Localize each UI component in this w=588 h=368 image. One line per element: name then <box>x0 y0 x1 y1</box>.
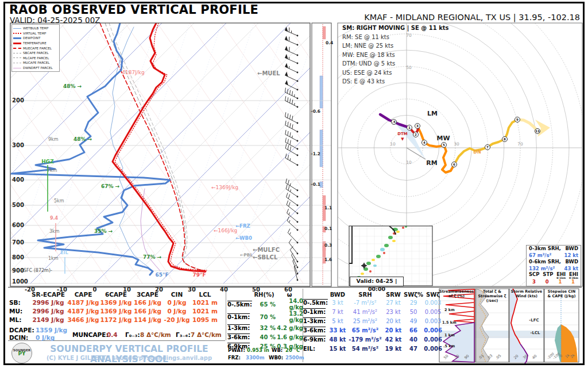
storm-motion-line: DTM: UND @ 5 kts <box>342 61 395 67</box>
skewt-annotation: 48% → <box>63 84 82 89</box>
lapse-3-6-label: Γ₃₋₆: <box>176 331 191 338</box>
storm-motion-line: LM: NNE @ 25 kts <box>342 43 393 49</box>
omega-value: 0.4 <box>326 41 333 45</box>
wind-barb <box>287 193 288 197</box>
wind-barb <box>285 148 297 155</box>
radar-echo <box>372 259 375 261</box>
temperature-curve <box>113 23 206 271</box>
wind-barb <box>288 233 297 243</box>
wind-barb <box>285 125 297 132</box>
hodograph-marker-label: 6 <box>453 163 455 166</box>
wind-barb <box>285 130 286 135</box>
wind-barb <box>289 212 289 214</box>
inset-valid-label: Valid: 04-25 | 00:00 <box>350 277 404 286</box>
muecape-line-icon <box>13 48 21 49</box>
wind-barb <box>288 139 288 144</box>
table-row: 6-9km:48 kt-179 m²/s²42 kt400.006 <box>303 335 443 344</box>
table-row: 1-3km:32 %4.2 g/kg <box>227 323 303 332</box>
hodo-label-rm: RM <box>426 160 437 166</box>
rh-header-row: RH(%)ω <box>227 292 303 298</box>
hodo-label-lm: LM <box>427 110 438 117</box>
omega-bar <box>320 76 323 108</box>
wind-barb <box>286 185 287 189</box>
legend-label: VIRTUAL TEMP <box>23 32 46 35</box>
ring-label: 30 <box>454 142 459 147</box>
skewt-annotation: 48% → <box>74 137 92 142</box>
radar-echo <box>380 248 385 251</box>
legend-item: DWNDRFT PARCEL <box>13 66 58 71</box>
hodograph-marker-label: 11 <box>535 129 540 133</box>
storm-motion-line: DS: E @ 43 kts <box>342 79 385 85</box>
dtm-marker: ▼ <box>401 137 404 141</box>
muel-label: ←MUEL <box>257 71 280 76</box>
wind-barb <box>290 140 291 145</box>
table-row: SB:2996 J/kg4187 J/kg1369 J/kg166 J/kg0 … <box>9 298 219 306</box>
virtual-temp-curve <box>115 23 207 270</box>
hodograph-marker-label: 1 <box>408 126 411 129</box>
moist-adiabat-line <box>168 23 254 283</box>
wind-barb <box>288 194 289 199</box>
wind-barb <box>285 144 287 148</box>
hodograph-marker-label: 2 <box>415 133 417 136</box>
radar-echo <box>384 244 389 247</box>
wind-barb <box>290 158 291 160</box>
hodo-label-dn: DN <box>473 150 481 155</box>
ehi-0-3-value: 1 <box>571 279 575 285</box>
height-label: 7km <box>47 168 57 173</box>
legend-label: DEWPOINT <box>23 36 40 40</box>
rh-table: RH(%)ω 0-.5km:65 %14.0 g/kg 0-1km:70 %13… <box>227 292 303 351</box>
radar-echo <box>369 270 372 273</box>
ehi-0-3-label: EHI0-3km <box>569 272 578 279</box>
storm-motion-line: MW: ENE @ 18 kts <box>342 52 395 58</box>
legend-item: VIRTUAL TEMP <box>13 31 58 36</box>
hgz-label: HGZ <box>41 159 53 164</box>
omega-bar <box>323 26 326 39</box>
radar-echo <box>383 252 385 254</box>
wind-barb <box>285 26 288 32</box>
radar-echo <box>388 236 393 239</box>
wind-barb <box>288 229 290 233</box>
wind-barb <box>292 116 293 120</box>
stp-value: 0 <box>546 279 549 285</box>
surface-temp-label: 79°F <box>192 273 206 278</box>
wind-barb <box>290 183 291 186</box>
lapse-0-3-label: Γ₀₋₃: <box>125 331 140 338</box>
frz-value: 3300m <box>246 355 265 361</box>
mlcape-line-icon <box>13 57 21 58</box>
wind-barb <box>292 99 293 104</box>
ring-label: 50 <box>406 66 412 70</box>
wind-barb <box>289 202 291 206</box>
sounderpy-logo: SOUNDER PY <box>11 343 32 363</box>
bwd-0-3-label: BWD <box>566 246 578 252</box>
pressure-tick: 600 <box>12 223 24 228</box>
wb0-value-label: WB0: <box>269 355 283 361</box>
storm-motion-line: US: ESE @ 24 kts <box>342 70 392 76</box>
dry-adiabat-line <box>157 23 335 283</box>
frz-value-label: FRZ: <box>228 355 241 361</box>
table-row: 0-1km:70 %13.2 g/kg <box>227 310 303 323</box>
cape6-label: ←1369J/kg <box>211 185 238 190</box>
wind-barb <box>286 183 297 190</box>
wind-barb <box>285 112 286 117</box>
pressure-tick: 400 <box>12 177 24 183</box>
shear-header-row: BWDSRHSRWSWζ%SWζ <box>303 292 443 298</box>
wetbulb-line-icon <box>13 28 21 29</box>
wind-barb <box>287 209 289 213</box>
wind-barb <box>285 36 288 41</box>
wind-barb <box>290 123 291 128</box>
wind-barb <box>292 124 293 129</box>
panel-height-label: .5 km <box>443 344 455 348</box>
ring-label: 10 <box>390 142 396 147</box>
height-label: 5km <box>54 199 64 204</box>
wb-label: WB: <box>272 347 283 353</box>
app-window: RAOB OBSERVED VERTICAL PROFILE VALID: 04… <box>0 0 588 368</box>
scp-label: SCP <box>529 272 540 279</box>
ring-label: 10 <box>406 160 412 165</box>
isotherm-line <box>0 23 1 283</box>
legend-item: WETBULB TEMP <box>13 26 58 31</box>
moist-adiabat-line <box>136 23 222 283</box>
omega-value: -1.2 <box>311 152 320 156</box>
omega-value: 0.3 <box>324 243 332 248</box>
sbcape-line-icon <box>13 53 21 53</box>
surface-label: -SFC (872m)- <box>22 269 52 273</box>
